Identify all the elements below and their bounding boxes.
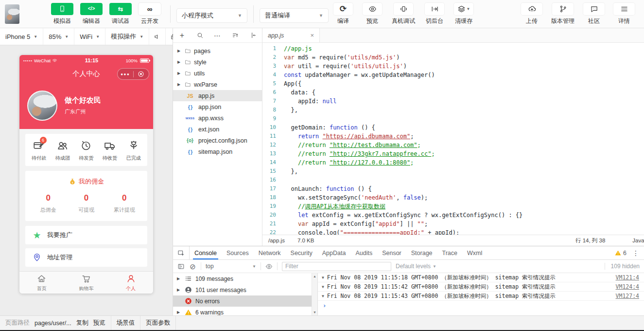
toolbar-button-社区[interactable]: 社区 xyxy=(583,3,605,25)
capsule-menu[interactable]: ●●● xyxy=(117,68,149,80)
code-line[interactable]: 18 wx.setStorageSync('needAuth', false); xyxy=(262,193,644,202)
code-line[interactable]: 9 xyxy=(262,114,644,123)
console-filter-6 warnings[interactable]: ▶6 warnings xyxy=(173,307,317,315)
page-params-segment[interactable]: 页面参数 xyxy=(140,316,176,330)
sidebar-toggle-icon[interactable] xyxy=(177,263,185,270)
tree-file-ext.json[interactable]: { }ext.json xyxy=(173,124,262,135)
cursor-position-label[interactable]: 行 14, 列 38 xyxy=(575,237,605,244)
devtools-tab-Sources[interactable]: Sources xyxy=(222,246,254,259)
user-avatar[interactable] xyxy=(5,4,19,24)
language-label[interactable]: JavaScript xyxy=(632,238,644,243)
order-entry-待付款[interactable]: 6待付款 xyxy=(27,139,51,162)
zoom-select[interactable]: 85% ▼ xyxy=(43,28,74,45)
code-line[interactable]: 16 xyxy=(262,176,644,184)
code-line[interactable]: 3var util = require('utils/util.js') xyxy=(262,62,644,71)
code-line[interactable]: 19 //调用API从本地缓存中获取数据 xyxy=(262,202,644,211)
source-link[interactable]: VM124:4 xyxy=(616,283,639,290)
code-line[interactable]: 8 }, xyxy=(262,106,644,114)
frame-select[interactable]: top ▼ xyxy=(206,263,256,270)
tree-folder-pages[interactable]: ▶pages xyxy=(173,45,262,56)
toolbar-button-切后台[interactable]: 切后台 xyxy=(425,3,444,25)
source-link[interactable]: VM121:4 xyxy=(616,274,639,281)
menu-item-地址管理[interactable]: 地址管理 xyxy=(25,248,147,267)
commission-stat-可提现[interactable]: 0可提现 xyxy=(67,193,105,214)
order-entry-已完成[interactable]: 已完成 xyxy=(122,139,145,162)
code-line[interactable]: 4const updateManager = wx.getUpdateManag… xyxy=(262,71,644,79)
simulate-actions-select[interactable]: 模拟操作 ▼ xyxy=(105,28,149,45)
code-line[interactable]: 5App({ xyxy=(262,79,644,88)
code-line[interactable]: 21 var appId = extConfig["appid"] || ""; xyxy=(262,220,644,228)
toolbar-button-编辑器[interactable]: </>编辑器 xyxy=(80,3,103,25)
add-file-icon[interactable]: + xyxy=(178,32,186,39)
console-log-row[interactable]: ▼Fri Nov 08 2019 11:15:42 GMT+0800 （新加坡标… xyxy=(318,282,644,292)
toolbar-button-详情[interactable]: 详情 xyxy=(613,3,635,25)
profile-section[interactable]: 做个好农民 广东广州 xyxy=(19,82,153,129)
devtools-tab-Security[interactable]: Security xyxy=(286,246,317,259)
tabbar-item-购物车[interactable]: 购物车 xyxy=(64,272,109,294)
sound-button[interactable] xyxy=(149,28,166,45)
tree-file-app.js[interactable]: JSapp.js xyxy=(173,90,262,101)
devtools-tab-AppData[interactable]: AppData xyxy=(317,246,351,259)
copy-link[interactable]: 复制 xyxy=(76,319,88,327)
code-line[interactable]: 1//app.js xyxy=(262,44,644,53)
toolbar-button-版本管理[interactable]: 版本管理 xyxy=(551,3,574,25)
console-filter-109 messages[interactable]: ▶109 messages xyxy=(173,273,317,284)
log-levels-select[interactable]: Default levels ▼ xyxy=(396,263,436,270)
warnings-badge[interactable]: 6 xyxy=(615,250,627,257)
code-area[interactable]: 1//app.js2var md5 = require('utils/md5.j… xyxy=(262,43,644,235)
toolbar-button-编译[interactable]: ⟳编译 xyxy=(333,3,353,25)
device-select[interactable]: iPhone 5 ▼ xyxy=(0,28,43,45)
code-line[interactable]: 22 console.log("================appId:" … xyxy=(262,228,644,235)
console-filter-101 user messages[interactable]: ▶101 user messages xyxy=(173,284,317,295)
search-icon[interactable] xyxy=(196,32,204,39)
tree-file-sitemap.json[interactable]: { }sitemap.json xyxy=(173,146,262,157)
code-line[interactable]: 20 let extConfig = wx.getExtConfigSync ?… xyxy=(262,211,644,220)
devtools-tab-Storage[interactable]: Storage xyxy=(406,246,437,259)
code-line[interactable]: 15 }, xyxy=(262,167,644,176)
devtools-tab-Audits[interactable]: Audits xyxy=(350,246,377,259)
tree-file-app.json[interactable]: { }app.json xyxy=(173,101,262,112)
code-line[interactable]: 10 getDomain: function () { xyxy=(262,123,644,132)
devtools-tab-Wxml[interactable]: Wxml xyxy=(462,246,487,259)
source-link[interactable]: VM127:4 xyxy=(616,293,639,299)
compile-select[interactable]: 普通编译 ▼ xyxy=(260,8,329,23)
preview-link[interactable]: 预览 xyxy=(93,319,105,327)
exit-icon[interactable] xyxy=(134,71,149,77)
toolbar-button-清缓存[interactable]: ▼清缓存 xyxy=(454,3,473,25)
console-prompt[interactable]: › xyxy=(318,301,644,310)
code-line[interactable]: 12 //return "http://test.dbumama.com"; xyxy=(262,141,644,149)
code-line[interactable]: 11 return "https://api.dbumama.com"; xyxy=(262,132,644,141)
code-line[interactable]: 17 onLaunch: function () { xyxy=(262,184,644,193)
page-path-value[interactable]: pages/user/... xyxy=(35,320,71,327)
sidebar-scrollbar[interactable]: ▲▼ xyxy=(312,273,317,315)
eye-icon[interactable] xyxy=(265,263,273,270)
tabbar-item-首页[interactable]: 首页 xyxy=(19,272,64,294)
console-filter-No errors[interactable]: No errors xyxy=(173,295,317,307)
commission-stat-累计提现[interactable]: 0累计提现 xyxy=(105,193,143,214)
editor-tab-appjs[interactable]: app.js × xyxy=(262,28,320,42)
collapse-panel-icon[interactable] xyxy=(249,32,257,39)
code-line[interactable]: 14 //return "http://127.0.0.1:8080"; xyxy=(262,158,644,167)
devtools-tab-Sensor[interactable]: Sensor xyxy=(377,246,406,259)
code-line[interactable]: 7 appId: null xyxy=(262,97,644,106)
devtools-tab-Network[interactable]: Network xyxy=(254,246,286,259)
order-entry-待成团[interactable]: 待成团 xyxy=(51,139,75,162)
order-entry-待收货[interactable]: 待收货 xyxy=(98,139,122,162)
tree-file-app.wxss[interactable]: wxssapp.wxss xyxy=(173,112,262,124)
tree-folder-wxParse[interactable]: ▶wxParse xyxy=(173,79,262,90)
scroll-down-icon[interactable]: ▼ xyxy=(313,311,316,314)
profile-avatar[interactable] xyxy=(27,91,57,121)
code-line[interactable]: 6 data: { xyxy=(262,88,644,97)
sort-icon[interactable] xyxy=(232,32,239,39)
network-select[interactable]: WiFi ▼ xyxy=(74,28,105,45)
tree-file-project.config.json[interactable]: {o}project.config.json xyxy=(173,135,262,146)
console-log-row[interactable]: ▼Fri Nov 08 2019 11:15:43 GMT+0800 （新加坡标… xyxy=(318,292,644,301)
tree-folder-style[interactable]: ▶style xyxy=(173,56,262,68)
tree-folder-utils[interactable]: ▶utils xyxy=(173,68,262,79)
devtools-tab-Trace[interactable]: Trace xyxy=(437,246,463,259)
scroll-up-icon[interactable]: ▲ xyxy=(313,275,316,278)
code-line[interactable]: 13 //return "http://33gkr7.natappfree.cc… xyxy=(262,149,644,158)
scene-value-segment[interactable]: 场景值 xyxy=(111,316,141,330)
toolbar-button-上传[interactable]: 上传 xyxy=(521,3,542,25)
menu-item-我要推广[interactable]: ★我要推广 xyxy=(25,226,147,244)
